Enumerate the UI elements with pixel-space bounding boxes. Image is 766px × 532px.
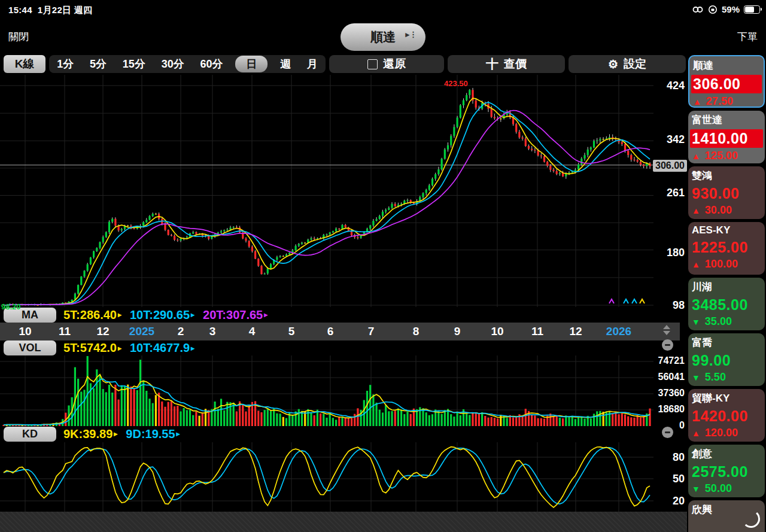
kd-chart[interactable] [0, 442, 653, 512]
battery-icon [744, 5, 760, 14]
restore-label: 還原 [383, 56, 406, 72]
kline-type-button[interactable]: K線 [4, 55, 45, 73]
down-triangle-icon: ▼ [692, 484, 700, 494]
x-axis-tick: 2 [178, 323, 184, 341]
stock-price: 1410.00 [690, 129, 763, 148]
axis-tick-label: 18680 [653, 404, 685, 415]
scroll-down-icon[interactable] [663, 331, 670, 335]
timeframe-1分[interactable]: 1分 [53, 56, 77, 72]
trading-app-screen: 15:44 1月22日 週四 59% 關閉 順達 ▸⋮ 下單 K線 1分5分15… [0, 0, 766, 532]
battery-percent: 59% [722, 4, 740, 14]
axis-tick-label: 20 [653, 495, 685, 507]
trend-arrow-icon: ▸ [118, 311, 121, 319]
watchlist-item-富世達[interactable]: 富世達1410.00▲125.00 [688, 111, 765, 163]
watchlist-item-貿聯-KY[interactable]: 貿聯-KY1420.00▲120.00 [688, 389, 765, 442]
down-triangle-icon: ▼ [692, 317, 700, 327]
watchlist-item-順達[interactable]: 順達306.00▲27.50 [688, 55, 765, 108]
place-order-button[interactable]: 下單 [737, 30, 758, 44]
timeframe-週[interactable]: 週 [276, 56, 294, 72]
vol-indicator-button[interactable]: VOL [4, 341, 56, 355]
up-triangle-icon: ▲ [692, 428, 700, 438]
candlestick-chart[interactable] [0, 75, 653, 307]
kd-indicator-button[interactable]: KD [4, 427, 56, 442]
x-axis-tick: 2026 [606, 323, 631, 341]
stock-price: 306.00 [691, 75, 762, 93]
stock-name: 創意 [692, 447, 761, 461]
timeframe-60分[interactable]: 60分 [196, 56, 226, 72]
stock-price: 1225.00 [692, 239, 761, 256]
collapse-volume-pane-button[interactable] [662, 339, 673, 351]
current-price-label: 306.00 [653, 160, 687, 172]
symbol-switcher-button[interactable]: 順達 ▸⋮ [341, 23, 425, 51]
scroll-up-icon[interactable] [663, 325, 670, 329]
watchlist-item-雙鴻[interactable]: 雙鴻930.00▲30.00 [688, 166, 765, 219]
axis-tick-label: 37360 [653, 388, 685, 399]
close-button[interactable]: 關閉 [8, 30, 29, 44]
x-axis-tick: 10 [19, 323, 31, 341]
bottom-bezel [0, 512, 687, 532]
legend-value: 5T:5742.0▸ [63, 341, 121, 355]
timeframe-segment: 1分5分15分30分60分日週月 [49, 55, 326, 73]
watchlist-item-富喬[interactable]: 富喬99.00▼5.50 [688, 333, 765, 386]
stock-change: 27.50 [706, 95, 733, 108]
timeframe-30分[interactable]: 30分 [158, 56, 188, 72]
axis-tick-label: 50 [653, 473, 685, 485]
timeframe-月[interactable]: 月 [303, 56, 321, 72]
nav-bar: 關閉 順達 ▸⋮ 下單 [0, 20, 766, 53]
up-triangle-icon: ▲ [692, 151, 700, 161]
up-triangle-icon: ▲ [692, 206, 700, 215]
legend-value: 9K:39.89▸ [63, 427, 117, 441]
timeframe-日[interactable]: 日 [235, 56, 268, 72]
stock-change: 120.00 [705, 427, 738, 439]
watchlist-item-川湖[interactable]: 川湖3485.00▼35.00 [688, 278, 765, 330]
x-axis-tick: 5 [288, 323, 295, 341]
chart-toolbar: K線 1分5分15分30分60分日週月 還原 十 查價 ⚙ 設定 [0, 54, 687, 75]
axis-tick-label: 0 [653, 420, 685, 431]
stock-name: 雙鴻 [692, 169, 761, 183]
stock-price: 99.00 [692, 352, 761, 369]
stock-change: 125.00 [705, 150, 738, 162]
axis-tick-label: 180 [653, 247, 685, 259]
stock-name: AES-KY [692, 224, 761, 236]
legend-value: 10T:4677.9▸ [130, 341, 194, 355]
x-axis-tick: 12 [569, 323, 582, 341]
axis-tick-label: 80 [653, 451, 685, 464]
stock-price: 3485.00 [692, 296, 761, 314]
x-axis-tick: 2025 [129, 323, 154, 341]
stock-change: 35.00 [705, 315, 732, 328]
zoom-scroll-control[interactable] [663, 325, 670, 335]
legend-value: 9D:19.55▸ [126, 427, 180, 441]
time-axis[interactable]: 1011122025234567891011122026 [0, 323, 680, 341]
settings-label: 設定 [624, 56, 646, 72]
kd-legend-row: KD 9K:39.89▸9D:19.55▸ [0, 426, 687, 442]
trend-arrow-icon: ▸ [177, 430, 180, 438]
status-bar: 15:44 1月22日 週四 59% [0, 0, 766, 20]
watchlist-item-創意[interactable]: 創意2575.00▼50.00 [688, 445, 765, 497]
restore-button[interactable]: 還原 [329, 55, 444, 73]
legend-value: 20T:307.65▸ [203, 308, 268, 322]
low-label: 98.20 [1, 302, 21, 311]
stock-change: 50.00 [705, 482, 732, 495]
down-triangle-icon: ▼ [692, 373, 700, 382]
x-axis-tick: 11 [531, 323, 543, 341]
price-inquiry-button[interactable]: 十 查價 [448, 55, 565, 73]
x-axis-tick: 3 [209, 323, 216, 341]
timeframe-5分[interactable]: 5分 [86, 56, 110, 72]
axis-tick-label: 342 [653, 133, 685, 146]
gear-icon: ⚙ [608, 57, 618, 71]
stock-name: 川湖 [692, 280, 761, 294]
stock-change: 30.00 [705, 204, 732, 217]
x-axis-tick: 12 [96, 323, 109, 341]
watchlist-item-欣興[interactable]: 欣興 [688, 500, 765, 532]
settings-button[interactable]: ⚙ 設定 [569, 55, 686, 73]
restore-checkbox[interactable] [367, 59, 378, 69]
axis-tick-label: 74721 [653, 355, 685, 366]
clock-date: 15:44 1月22日 週四 [8, 5, 92, 16]
x-axis-tick: 6 [327, 323, 334, 341]
watchlist-item-AES-KY[interactable]: AES-KY1225.00▲100.00 [688, 222, 765, 275]
timeframe-15分[interactable]: 15分 [119, 56, 149, 72]
trend-arrow-icon: ▸ [191, 311, 194, 319]
legend-value: 5T:286.40▸ [63, 308, 121, 322]
volume-chart[interactable] [0, 355, 653, 426]
stock-change: 5.50 [705, 371, 726, 384]
